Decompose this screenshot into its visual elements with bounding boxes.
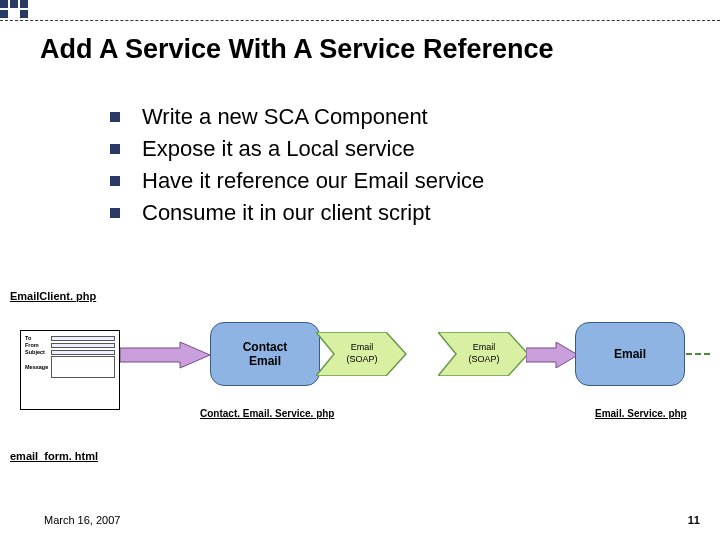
svg-text:Email: Email <box>473 342 496 352</box>
component-label: Email <box>614 347 646 361</box>
list-item: Consume it in our client script <box>110 200 484 226</box>
email-form-box: To From Subject Message <box>20 330 120 410</box>
list-item: Write a new SCA Component <box>110 104 484 130</box>
svg-marker-12 <box>526 342 578 368</box>
bullet-text: Consume it in our client script <box>142 200 431 226</box>
bullet-text: Expose it as a Local service <box>142 136 415 162</box>
svg-rect-0 <box>0 0 8 8</box>
chevron-soap-icon: Email (SOAP) <box>438 332 530 376</box>
bullet-icon <box>110 144 120 154</box>
label-contact-service: Contact. Email. Service. php <box>200 408 334 419</box>
footer-page-number: 11 <box>688 514 700 526</box>
footer-date: March 16, 2007 <box>44 514 120 526</box>
arrow-icon <box>526 342 580 368</box>
arrow-icon <box>120 340 212 370</box>
bullet-icon <box>110 112 120 122</box>
form-label-subject: Subject <box>25 349 51 355</box>
header-decoration <box>0 0 60 30</box>
list-item: Expose it as a Local service <box>110 136 484 162</box>
bullet-text: Write a new SCA Component <box>142 104 428 130</box>
form-field <box>51 343 115 348</box>
svg-rect-1 <box>10 0 18 8</box>
svg-rect-3 <box>0 10 8 18</box>
label-email-service: Email. Service. php <box>595 408 687 419</box>
svg-marker-5 <box>120 342 210 368</box>
chevron-soap-icon: Email (SOAP) <box>316 332 408 376</box>
dashed-connector <box>686 353 710 355</box>
bullet-list: Write a new SCA Component Expose it as a… <box>110 104 484 232</box>
svg-text:(SOAP): (SOAP) <box>346 354 377 364</box>
svg-text:(SOAP): (SOAP) <box>468 354 499 364</box>
component-email: Email <box>575 322 685 386</box>
architecture-diagram: EmailClient. php To From Subject Message… <box>10 290 710 480</box>
form-label-message: Message <box>25 364 51 370</box>
svg-text:Email: Email <box>351 342 374 352</box>
component-label: Contact Email <box>243 340 288 368</box>
form-label-to: To <box>25 335 51 341</box>
form-label-from: From <box>25 342 51 348</box>
header-divider <box>0 20 720 21</box>
form-textarea <box>51 356 115 378</box>
page-title: Add A Service With A Service Reference <box>40 34 553 65</box>
form-field <box>51 350 115 355</box>
component-contact-email: Contact Email <box>210 322 320 386</box>
bullet-icon <box>110 176 120 186</box>
list-item: Have it reference our Email service <box>110 168 484 194</box>
bullet-text: Have it reference our Email service <box>142 168 484 194</box>
svg-rect-4 <box>20 10 28 18</box>
label-email-form: email_form. html <box>10 450 98 462</box>
label-email-client: EmailClient. php <box>10 290 96 302</box>
form-field <box>51 336 115 341</box>
svg-rect-2 <box>20 0 28 8</box>
bullet-icon <box>110 208 120 218</box>
